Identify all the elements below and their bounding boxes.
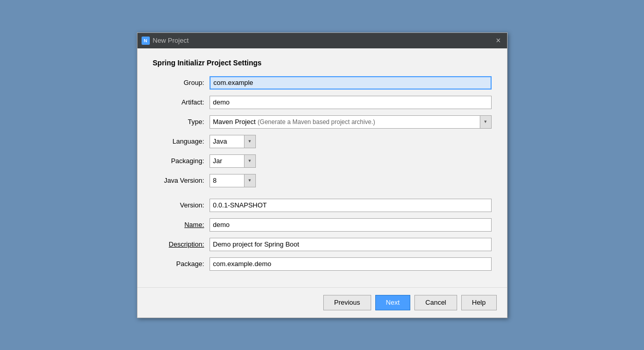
version-input[interactable] — [210, 199, 492, 212]
java-version-select-value: 8 — [210, 176, 244, 185]
packaging-label: Packaging: — [153, 157, 210, 165]
description-label: Description: — [153, 240, 210, 248]
section-title: Spring Initializr Project Settings — [153, 59, 492, 67]
java-version-row: Java Version: 8 — [153, 174, 492, 187]
description-row: Description: — [153, 238, 492, 251]
name-label: Name: — [153, 221, 210, 229]
version-label: Version: — [153, 201, 210, 209]
dialog-icon: N — [142, 37, 150, 45]
artifact-input[interactable] — [210, 96, 492, 109]
cancel-button[interactable]: Cancel — [414, 295, 457, 310]
packaging-select[interactable]: Jar — [210, 154, 256, 168]
next-button[interactable]: Next — [375, 295, 411, 310]
type-select[interactable]: Maven Project(Generate a Maven based pro… — [210, 115, 492, 129]
new-project-dialog: N New Project × Spring Initializr Projec… — [137, 32, 508, 318]
type-dropdown-arrow[interactable] — [480, 116, 491, 128]
type-label: Type: — [153, 118, 210, 126]
title-bar: N New Project × — [137, 33, 507, 48]
help-button[interactable]: Help — [461, 295, 497, 310]
artifact-row: Artifact: — [153, 96, 492, 109]
version-row: Version: — [153, 199, 492, 212]
package-row: Package: — [153, 257, 492, 271]
title-bar-left: N New Project — [142, 37, 189, 45]
java-version-dropdown-arrow[interactable] — [244, 174, 255, 187]
language-row: Language: Java — [153, 135, 492, 148]
type-select-value: Maven Project(Generate a Maven based pro… — [210, 117, 480, 127]
group-row: Group: — [153, 76, 492, 90]
language-label: Language: — [153, 137, 210, 145]
type-row: Type: Maven Project(Generate a Maven bas… — [153, 115, 492, 129]
artifact-label: Artifact: — [153, 98, 210, 106]
description-input[interactable] — [210, 238, 492, 251]
previous-button[interactable]: Previous — [323, 295, 371, 310]
package-label: Package: — [153, 260, 210, 268]
packaging-row: Packaging: Jar — [153, 154, 492, 168]
close-button[interactable]: × — [494, 37, 502, 45]
language-select[interactable]: Java — [210, 135, 256, 148]
java-version-label: Java Version: — [153, 177, 210, 184]
group-input[interactable] — [210, 76, 492, 90]
packaging-select-value: Jar — [210, 156, 244, 166]
dialog-title: New Project — [153, 37, 189, 44]
language-dropdown-arrow[interactable] — [244, 135, 255, 148]
java-version-select[interactable]: 8 — [210, 174, 256, 187]
dialog-content: Spring Initializr Project Settings Group… — [137, 48, 507, 287]
name-row: Name: — [153, 218, 492, 232]
group-label: Group: — [153, 79, 210, 86]
dialog-footer: Previous Next Cancel Help — [137, 287, 507, 318]
package-input[interactable] — [210, 257, 492, 271]
language-select-value: Java — [210, 136, 244, 146]
packaging-dropdown-arrow[interactable] — [244, 155, 255, 167]
spacer — [153, 194, 492, 199]
name-input[interactable] — [210, 218, 492, 232]
